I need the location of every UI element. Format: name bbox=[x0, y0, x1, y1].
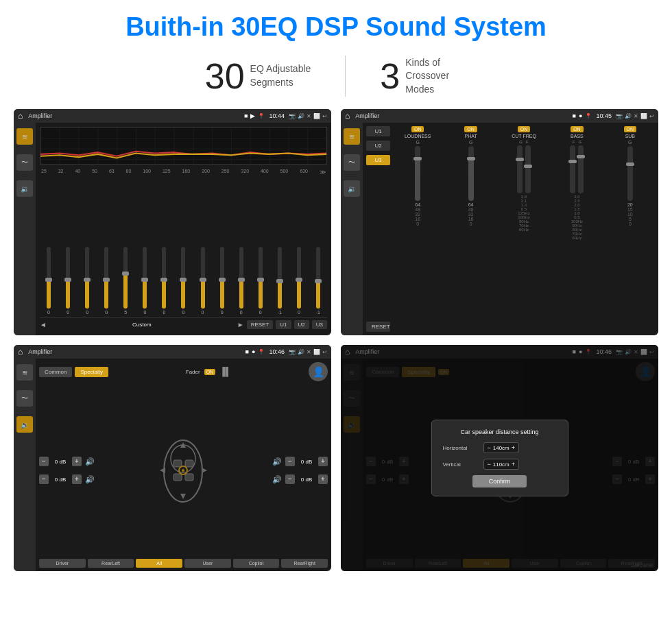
left-speakers: − 0 dB + 🔊 − 0 dB + 🔊 bbox=[39, 457, 95, 484]
fl-speaker-icon: 🔊 bbox=[85, 457, 95, 466]
cross-eq-icon[interactable]: ≋ bbox=[344, 128, 360, 145]
cross-wave-icon[interactable]: 〜 bbox=[344, 154, 360, 171]
loudness-on: ON bbox=[411, 126, 424, 132]
horiz-plus[interactable]: + bbox=[512, 444, 515, 451]
status-icons-3: 📍 10:46 📷 🔊 ✕ ⬜ ↩ bbox=[258, 348, 327, 355]
eq-slider-0[interactable]: 0 bbox=[40, 247, 58, 315]
svg-rect-0 bbox=[40, 128, 326, 165]
time-1: 10:44 bbox=[269, 112, 285, 119]
eq-slider-6[interactable]: 0 bbox=[155, 247, 173, 315]
eq-slider-9[interactable]: 0 bbox=[213, 247, 231, 315]
eq-slider-8[interactable]: 0 bbox=[194, 247, 212, 315]
vert-plus[interactable]: + bbox=[512, 461, 515, 468]
screen-amplifier: ⌂ Amplifier ■ ● 📍 10:46 📷 🔊 ✕ ⬜ ↩ ≋ 〜 🔉 bbox=[14, 345, 331, 571]
cutfreq-slider-f[interactable] bbox=[525, 145, 531, 193]
bass-slider-f[interactable] bbox=[570, 145, 575, 193]
amp-buttons-row-3: Driver RearLeft All User Copilot RearRig… bbox=[39, 559, 328, 568]
dialog-confirm-area: Confirm bbox=[443, 475, 557, 487]
sub-slider[interactable] bbox=[627, 146, 633, 201]
u1-btn-cross[interactable]: U1 bbox=[366, 126, 390, 136]
horizontal-input[interactable]: − 140cm + bbox=[483, 442, 520, 453]
eq-slider-13[interactable]: 0 bbox=[290, 247, 308, 315]
vertical-input[interactable]: − 110cm + bbox=[483, 459, 520, 470]
location-icon-2: 📍 bbox=[585, 113, 592, 119]
svg-point-2 bbox=[171, 445, 195, 472]
eq-main-content: 2532405063 80100125160200 25032040050063… bbox=[36, 123, 331, 335]
cutfreq-slider-g[interactable] bbox=[517, 145, 523, 193]
dot-icon-2: ● bbox=[579, 112, 582, 119]
app-name-3: Amplifier bbox=[28, 348, 242, 355]
status-icons-2: 📍 10:45 📷 🔊 ✕ ⬜ ↩ bbox=[585, 112, 654, 119]
reset-btn-1[interactable]: RESET bbox=[247, 320, 274, 329]
home-icon-1[interactable]: ⌂ bbox=[18, 111, 23, 121]
reset-btn-cross[interactable]: RESET bbox=[366, 322, 390, 332]
specialty-btn-3[interactable]: Specialty bbox=[75, 367, 108, 377]
u2-btn-cross[interactable]: U2 bbox=[366, 141, 390, 151]
eq-slider-1[interactable]: 0 bbox=[59, 247, 77, 315]
confirm-button[interactable]: Confirm bbox=[472, 475, 527, 487]
back-icon-1[interactable]: ↩ bbox=[322, 113, 327, 119]
back-icon-3[interactable]: ↩ bbox=[322, 349, 327, 355]
bass-on: ON bbox=[571, 126, 584, 132]
eq-slider-3[interactable]: 0 bbox=[97, 247, 115, 315]
loudness-slider[interactable] bbox=[415, 146, 420, 201]
user-btn-3[interactable]: User bbox=[184, 559, 231, 568]
eq-slider-14[interactable]: -1 bbox=[309, 247, 327, 315]
record-icon-1: ■ bbox=[244, 112, 248, 119]
horiz-minus[interactable]: − bbox=[488, 444, 491, 451]
eq-controls: ◄ Custom ► RESET U1 U2 U3 bbox=[40, 317, 327, 331]
time-3: 10:46 bbox=[269, 348, 285, 355]
common-btn-3[interactable]: Common bbox=[39, 367, 72, 377]
u3-btn-cross[interactable]: U3 bbox=[366, 155, 390, 165]
eq-slider-4[interactable]: 5 bbox=[117, 247, 134, 315]
eq-icon[interactable]: ≋ bbox=[16, 128, 33, 145]
amp-eq-icon[interactable]: ≋ bbox=[16, 364, 33, 381]
rr-speaker-icon: 🔊 bbox=[272, 475, 282, 484]
play-fwd-btn[interactable]: ► bbox=[237, 321, 244, 328]
screen-crossover: ⌂ Amplifier ■ ● 📍 10:45 📷 🔊 ✕ ⬜ ↩ ≋ 〜 🔉 bbox=[341, 109, 658, 335]
cross-speaker-icon[interactable]: 🔉 bbox=[344, 180, 360, 197]
driver-btn-3[interactable]: Driver bbox=[39, 559, 86, 568]
u3-btn-1[interactable]: U3 bbox=[312, 320, 327, 329]
home-icon-3[interactable]: ⌂ bbox=[18, 347, 23, 357]
rearright-btn-3[interactable]: RearRight bbox=[281, 559, 328, 568]
fl-db: 0 dB bbox=[51, 459, 70, 465]
front-right-control: 🔊 − 0 dB + bbox=[272, 457, 328, 466]
horiz-value: 140cm bbox=[493, 445, 509, 451]
fr-plus[interactable]: + bbox=[318, 457, 328, 466]
rl-plus[interactable]: + bbox=[72, 474, 82, 484]
all-btn-3[interactable]: All bbox=[136, 559, 182, 568]
eq-slider-11[interactable]: 0 bbox=[252, 247, 269, 315]
svg-rect-4 bbox=[185, 460, 193, 467]
svg-marker-12 bbox=[202, 468, 207, 473]
phat-slider[interactable] bbox=[468, 146, 474, 201]
vertical-label: Vertical bbox=[443, 461, 481, 468]
fl-minus[interactable]: − bbox=[39, 457, 49, 466]
fl-plus[interactable]: + bbox=[72, 457, 82, 466]
wave-icon[interactable]: 〜 bbox=[16, 154, 33, 171]
u1-btn-1[interactable]: U1 bbox=[276, 320, 291, 329]
rl-minus[interactable]: − bbox=[39, 474, 49, 484]
copilot-btn-3[interactable]: Copilot bbox=[233, 559, 280, 568]
speaker-icon[interactable]: 🔉 bbox=[16, 180, 33, 197]
eq-slider-10[interactable]: 0 bbox=[232, 247, 250, 315]
eq-slider-5[interactable]: 0 bbox=[136, 247, 154, 315]
amp-wave-icon[interactable]: 〜 bbox=[16, 390, 33, 407]
vert-minus[interactable]: − bbox=[488, 461, 491, 468]
eq-slider-7[interactable]: 0 bbox=[174, 247, 192, 315]
rearleft-btn-3[interactable]: RearLeft bbox=[88, 559, 134, 568]
amp-speaker-icon[interactable]: 🔉 bbox=[16, 416, 33, 433]
u2-btn-1[interactable]: U2 bbox=[294, 320, 309, 329]
app-name-2: Amplifier bbox=[355, 112, 569, 119]
eq-screen-content: ≋ 〜 🔉 bbox=[14, 123, 331, 335]
record-icon-3: ■ bbox=[245, 348, 249, 355]
eq-slider-12[interactable]: -1 bbox=[271, 247, 289, 315]
bass-slider-g[interactable] bbox=[578, 145, 584, 193]
eq-slider-2[interactable]: 0 bbox=[78, 247, 96, 315]
rr-minus[interactable]: − bbox=[285, 474, 295, 484]
play-back-btn[interactable]: ◄ bbox=[40, 321, 47, 328]
fr-minus[interactable]: − bbox=[285, 457, 295, 466]
rr-plus[interactable]: + bbox=[318, 474, 328, 484]
back-icon-2[interactable]: ↩ bbox=[649, 113, 654, 119]
home-icon-2[interactable]: ⌂ bbox=[345, 111, 350, 121]
